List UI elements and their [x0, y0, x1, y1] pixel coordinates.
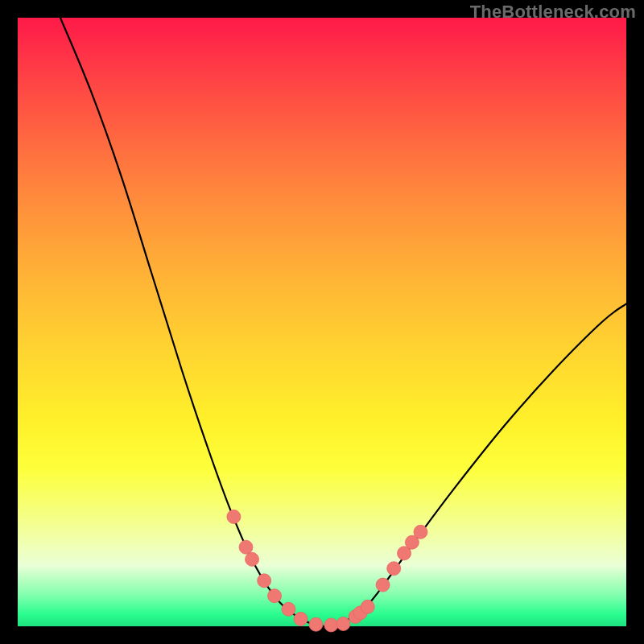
watermark-text: TheBottleneck.com — [470, 2, 636, 23]
curve-marker — [268, 589, 282, 603]
curve-marker — [361, 600, 374, 613]
curve-markers — [227, 510, 427, 632]
curve-marker — [239, 540, 253, 554]
curve-marker — [227, 510, 241, 523]
curve-marker — [282, 602, 295, 616]
curve-marker — [414, 525, 427, 539]
curve-marker — [387, 562, 401, 576]
right-curve-line — [322, 303, 626, 626]
curve-marker — [258, 574, 271, 588]
left-curve-line — [60, 18, 322, 626]
curve-marker — [309, 617, 323, 631]
curve-marker — [324, 618, 338, 632]
curve-marker — [294, 612, 308, 625]
bottleneck-chart — [18, 18, 626, 626]
curve-marker — [246, 552, 259, 566]
curve-marker — [376, 578, 390, 592]
curve-marker — [336, 617, 350, 630]
